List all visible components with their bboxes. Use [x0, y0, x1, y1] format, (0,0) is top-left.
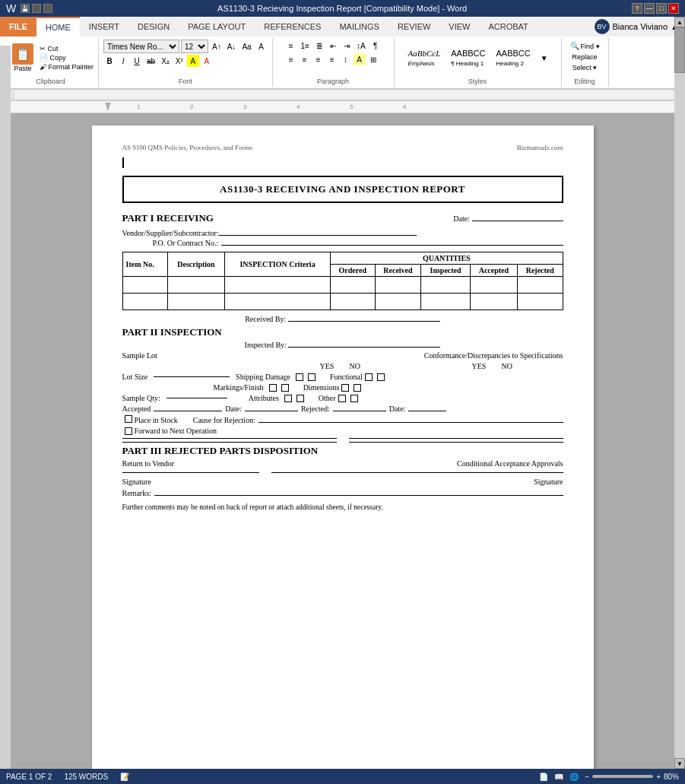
underline-btn[interactable]: U — [131, 55, 143, 67]
justify-btn[interactable]: ≡ — [326, 53, 338, 65]
close-btn[interactable]: ✕ — [668, 3, 679, 14]
markings-no-check[interactable] — [281, 384, 289, 392]
page-header-right: Bizmanualz.com — [517, 144, 563, 151]
scroll-up-btn[interactable]: ▲ — [674, 17, 685, 27]
sort-btn[interactable]: ↕A — [354, 40, 368, 52]
para-row2: ≡ ≡ ≡ ≡ ↕ A ⊞ — [285, 53, 379, 65]
ruler: | 1 2 3 4 5 6 — [0, 101, 685, 113]
attributes-no-check[interactable] — [297, 395, 304, 402]
tab-mailings[interactable]: MAILINGS — [330, 17, 388, 37]
date2-line — [408, 411, 446, 411]
col-received: Received — [375, 265, 421, 277]
numbering-btn[interactable]: 1≡ — [299, 40, 312, 52]
restore-btn[interactable]: □ — [656, 3, 667, 14]
grow-font-btn[interactable]: A↑ — [210, 40, 224, 52]
col-inspected: Inspected — [421, 265, 470, 277]
quick-undo-btn[interactable] — [32, 4, 41, 13]
select-btn[interactable]: Select ▾ — [570, 63, 600, 72]
view-reading-icon[interactable]: 📖 — [554, 773, 563, 781]
paste-button[interactable]: 📋 Paste — [8, 42, 38, 74]
styles-more-btn[interactable]: ▼ — [538, 52, 550, 64]
scroll-down-btn[interactable]: ▼ — [674, 758, 685, 769]
copy-button[interactable]: 📄 Copy — [40, 54, 94, 62]
zoom-in-btn[interactable]: + — [656, 773, 661, 781]
decrease-indent-btn[interactable]: ⇤ — [327, 40, 339, 52]
tab-design[interactable]: DESIGN — [128, 17, 179, 37]
functional-no-check[interactable] — [377, 373, 385, 381]
font-row1: Times New Ro... 12 A↑ A↓ Aa A — [103, 40, 268, 53]
cut-button[interactable]: ✂ Cut — [40, 45, 94, 52]
part1-header-row: PART I RECEIVING Date: — [122, 208, 563, 227]
dimensions-yes-check[interactable] — [341, 384, 349, 392]
functional-yes-check[interactable] — [365, 373, 373, 381]
line-spacing-btn[interactable]: ↕ — [340, 53, 352, 65]
font-color-btn[interactable]: A — [201, 55, 213, 67]
zoom-control[interactable]: − + 80% — [585, 773, 679, 781]
tab-insert[interactable]: INSERT — [80, 17, 128, 37]
tab-page-layout[interactable]: PAGE LAYOUT — [179, 17, 255, 37]
document-area: AS 9100 QMS Policies, Procedures, and Fo… — [0, 113, 685, 784]
minimize-btn[interactable]: — — [644, 3, 655, 14]
shading-btn[interactable]: A — [354, 53, 366, 65]
align-right-btn[interactable]: ≡ — [312, 53, 325, 65]
bullets-btn[interactable]: ≡ — [285, 40, 297, 52]
strikethrough-btn[interactable]: ab — [144, 55, 157, 67]
shrink-font-btn[interactable]: A↓ — [225, 40, 239, 52]
po-line — [221, 245, 563, 246]
dimensions-no-check[interactable] — [354, 384, 361, 392]
align-center-btn[interactable]: ≡ — [299, 53, 311, 65]
tab-view[interactable]: VIEW — [439, 17, 479, 37]
place-stock-check[interactable] — [125, 415, 132, 423]
paragraph-label: Paragraph — [317, 76, 349, 85]
italic-btn[interactable]: I — [117, 55, 129, 67]
part3-line-1 — [122, 472, 259, 473]
zoom-level: 80% — [664, 773, 679, 781]
format-painter-button[interactable]: 🖌 Format Painter — [40, 63, 94, 71]
other-yes-check[interactable] — [338, 395, 346, 402]
quick-redo-btn[interactable] — [43, 4, 52, 13]
style-heading1[interactable]: AABBCC ¶ Heading 1 — [448, 47, 488, 68]
superscript-btn[interactable]: X² — [173, 55, 186, 67]
scrollbar[interactable]: ▲ ▼ — [674, 17, 685, 769]
style-emphasis[interactable]: AaBbCcL Emphasis — [404, 47, 443, 68]
borders-btn[interactable]: ⊞ — [367, 53, 379, 65]
text-effects-btn[interactable]: A — [255, 40, 268, 52]
font-family-select[interactable]: Times New Ro... — [103, 40, 179, 53]
attributes-yes-check[interactable] — [284, 395, 292, 402]
show-formatting-btn[interactable]: ¶ — [369, 40, 382, 52]
quick-save-btn[interactable]: 💾 — [21, 4, 30, 13]
multilevel-btn[interactable]: ≣ — [313, 40, 325, 52]
find-btn[interactable]: 🔍 Find ▾ — [568, 41, 602, 51]
tab-references[interactable]: REFERENCES — [255, 17, 330, 37]
other-no-check[interactable] — [350, 395, 358, 402]
scroll-thumb[interactable] — [674, 27, 685, 73]
view-print-icon[interactable]: 📄 — [539, 773, 548, 781]
align-left-btn[interactable]: ≡ — [285, 53, 297, 65]
tab-home[interactable]: HOME — [36, 17, 80, 37]
vendor-row: Vendor/Supplier/Subcontractor: — [122, 229, 563, 237]
bold-btn[interactable]: B — [103, 55, 116, 67]
accepted-row: Accepted Date: Rejected: Date: — [122, 405, 563, 413]
increase-indent-btn[interactable]: ⇥ — [341, 40, 353, 52]
view-web-icon[interactable]: 🌐 — [569, 773, 579, 781]
help-btn[interactable]: ? — [632, 3, 642, 14]
subscript-btn[interactable]: X₂ — [159, 55, 172, 67]
tab-review[interactable]: REVIEW — [388, 17, 439, 37]
highlight-btn[interactable]: A — [187, 55, 199, 67]
tab-acrobat[interactable]: ACROBAT — [479, 17, 537, 37]
cause-line — [258, 422, 563, 423]
forward-check[interactable] — [125, 427, 132, 435]
font-controls: Times New Ro... 12 A↑ A↓ Aa A B I U ab X… — [103, 40, 268, 76]
zoom-out-btn[interactable]: − — [585, 773, 589, 781]
replace-btn[interactable]: Replace — [570, 52, 600, 62]
clear-format-btn[interactable]: Aa — [239, 40, 253, 52]
font-size-select[interactable]: 12 — [181, 40, 208, 53]
markings-yes-check[interactable] — [269, 384, 277, 392]
shipping-yes-check[interactable] — [296, 373, 303, 381]
style-heading2[interactable]: AABBCC Heading 2 — [493, 47, 534, 68]
shipping-no-check[interactable] — [308, 373, 316, 381]
tab-file[interactable]: FILE — [0, 17, 36, 37]
check-row-2: Markings/Finish Dimensions — [122, 383, 563, 392]
status-right: 📄 📖 🌐 − + 80% — [539, 773, 679, 781]
zoom-slider[interactable] — [592, 775, 653, 778]
